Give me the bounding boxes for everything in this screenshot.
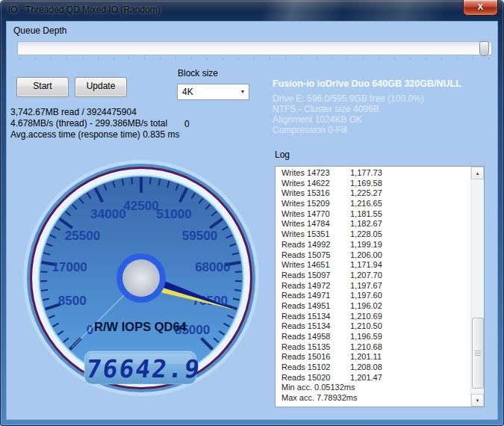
svg-text:51000: 51000 — [156, 207, 191, 221]
log-row[interactable]: Reads 150971,207.70 — [276, 271, 470, 281]
queue-depth-label: Queue Depth — [13, 25, 66, 36]
log-row[interactable]: Reads 150201,201.47 — [276, 373, 470, 383]
svg-text:34000: 34000 — [90, 207, 125, 221]
svg-text:59500: 59500 — [182, 229, 217, 243]
log-entry-value: 1,197.60 — [350, 291, 382, 301]
update-button[interactable]: Update — [75, 77, 127, 97]
svg-text:25500: 25500 — [65, 229, 100, 243]
log-label: Log — [275, 149, 290, 160]
log-entry-value: 1,177.73 — [350, 168, 382, 179]
log-entry-value: 1,169.58 — [350, 179, 382, 189]
log-row[interactable]: Writes 147701,181.55 — [276, 209, 470, 220]
log-entry-value: 1,208.08 — [350, 362, 382, 373]
log-entry-value: 1,196.59 — [350, 332, 382, 342]
log-entry-value: 1,207.70 — [350, 271, 382, 281]
svg-text:17000: 17000 — [52, 260, 87, 274]
log-row[interactable]: Reads 149581,196.59 — [276, 332, 470, 342]
start-button[interactable]: Start — [16, 77, 69, 97]
app-window: IO - Threaded QD Mixed IO (Random) X Que… — [0, 0, 504, 426]
gauge-hub — [122, 259, 160, 297]
log-row[interactable]: Max acc. 7.78932ms — [276, 393, 470, 404]
queue-depth-slider[interactable] — [17, 41, 492, 55]
log-entry-value: 1,216.65 — [350, 199, 382, 209]
log-row[interactable]: Writes 152091,216.65 — [276, 199, 470, 209]
log-entry-type-count: Reads 14971 — [281, 291, 350, 301]
log-entry-type-count: Writes 14622 — [281, 179, 350, 189]
log-rows: Writes 147231,177.73Writes 146221,169.58… — [276, 168, 470, 407]
drive-filesystem: NTFS - Cluster size 4096B — [273, 104, 461, 114]
log-entry-type-count: Reads 14951 — [281, 301, 350, 312]
stats-block: 3,742.67MB read / 3924475904 4.678MB/s (… — [10, 107, 180, 141]
log-entry-type-count: Reads 15020 — [281, 373, 350, 383]
log-entry-type-count: Writes 14784 — [281, 219, 350, 229]
counter-value: 0 — [184, 119, 190, 129]
log-entry-type-count: Writes 14651 — [281, 260, 350, 271]
scrollbar-thumb[interactable] — [472, 318, 484, 389]
svg-text:8500: 8500 — [58, 294, 87, 308]
drive-title: Fusion-io ioDrive Duo 640GB 320GB/NULL — [273, 78, 461, 89]
log-entry-type-count: Writes 15316 — [281, 188, 350, 199]
arrow-up-icon: ▲ — [476, 171, 480, 176]
log-row[interactable]: Writes 153161,225.27 — [276, 188, 470, 199]
log-listbox[interactable]: Writes 147231,177.73Writes 146221,169.58… — [275, 166, 485, 407]
arrow-down-icon: ▼ — [476, 398, 480, 403]
log-entry-value: 1,206.00 — [350, 250, 382, 261]
log-entry-type-count: Writes 15351 — [281, 229, 350, 240]
titlebar[interactable]: IO - Threaded QD Mixed IO (Random) — [0, 0, 504, 21]
log-row[interactable]: Min acc. 0.05132ms — [276, 383, 470, 393]
log-row[interactable]: Reads 151341,210.50 — [276, 321, 470, 332]
block-size-combobox[interactable]: 4K ▼ — [177, 84, 249, 100]
log-entry-value: 1,210.50 — [350, 321, 382, 332]
access-time-stats: Avg.access time (response time) 0.835 ms — [10, 129, 180, 141]
log-entry-value: 1,182.67 — [350, 219, 382, 229]
log-entry-value: 1,181.55 — [350, 209, 382, 220]
window-title: IO - Threaded QD Mixed IO (Random) — [8, 4, 161, 15]
chevron-down-icon[interactable]: ▼ — [237, 84, 249, 99]
log-row[interactable]: Writes 147841,182.67 — [276, 219, 470, 229]
log-entry-type-count: Reads 15134 — [281, 321, 350, 332]
log-row[interactable]: Reads 151021,208.08 — [276, 362, 470, 373]
log-entry-type-count: Writes 15209 — [281, 199, 350, 209]
log-row[interactable]: Reads 149511,196.02 — [276, 301, 470, 312]
log-row[interactable]: Reads 150161,201.11 — [276, 352, 470, 362]
log-entry-value: 1,201.11 — [350, 352, 382, 362]
close-icon: X — [478, 2, 483, 11]
log-scrollbar[interactable]: ▲ ▼ — [470, 167, 484, 407]
log-entry-value: 1,199.19 — [350, 240, 382, 250]
log-entry-type-count: Writes 14770 — [281, 209, 350, 220]
log-row[interactable]: Reads 150751,206.00 — [276, 250, 470, 261]
slider-tick-marks — [19, 58, 489, 61]
log-entry-value: 1,197.67 — [350, 281, 382, 291]
drive-free-space: Drive E: 596.0/595.9GB free (100.0%) — [273, 93, 461, 104]
log-entry-value: 1,196.02 — [350, 301, 382, 312]
iops-gauge: 0850017000255003400042500510005950068000… — [22, 158, 261, 398]
scrollbar-down-button[interactable]: ▼ — [471, 394, 484, 407]
log-footer-text: Max acc. 7.78932ms — [281, 393, 358, 404]
log-entry-type-count: Reads 15134 — [281, 312, 350, 322]
throughput-stats: 4.678MB/s (thread) - 299.386MB/s total — [10, 118, 180, 129]
log-row[interactable]: Writes 146511,171.94 — [276, 260, 470, 271]
svg-text:42500: 42500 — [123, 199, 158, 213]
drive-alignment: Alignment 1024KB OK — [273, 114, 461, 125]
log-entry-value: 1,210.69 — [350, 312, 382, 322]
log-entry-value: 1,201.47 — [350, 373, 382, 383]
log-entry-type-count: Reads 15097 — [281, 271, 350, 281]
log-entry-value: 1,171.94 — [350, 260, 382, 271]
read-stats: 3,742.67MB read / 3924475904 — [10, 107, 180, 118]
log-row[interactable]: Reads 149921,199.19 — [276, 240, 470, 250]
log-row[interactable]: Reads 149711,197.60 — [276, 291, 470, 301]
log-row[interactable]: Reads 149721,197.67 — [276, 281, 470, 291]
log-row[interactable]: Writes 147231,177.73 — [276, 168, 470, 179]
log-row[interactable]: Writes 146221,169.58 — [276, 179, 470, 189]
log-footer-text: Min acc. 0.05132ms — [281, 383, 355, 393]
svg-text:68000: 68000 — [195, 260, 230, 274]
close-button[interactable]: X — [463, 0, 498, 16]
slider-thumb[interactable] — [479, 41, 489, 56]
block-size-value: 4K — [182, 87, 193, 97]
scrollbar-up-button[interactable]: ▲ — [471, 167, 484, 179]
log-entry-type-count: Reads 15102 — [281, 362, 350, 373]
log-entry-type-count: Reads 14992 — [281, 240, 350, 250]
log-row[interactable]: Writes 153511,228.05 — [276, 229, 470, 240]
log-row[interactable]: Reads 151351,210.68 — [276, 342, 470, 353]
log-row[interactable]: Reads 151341,210.69 — [276, 312, 470, 322]
